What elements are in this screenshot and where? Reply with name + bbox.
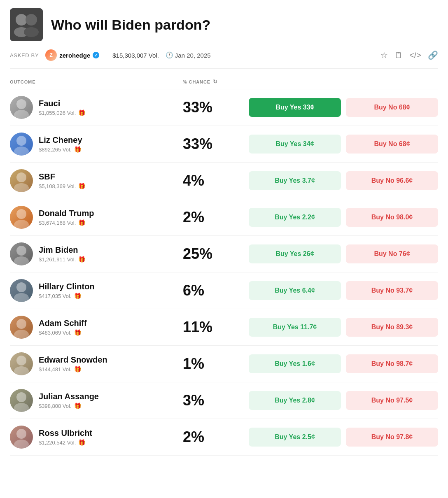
- outcome-name: Julian Assange: [39, 392, 99, 401]
- outcome-avatar: [10, 96, 33, 119]
- buy-no-button[interactable]: Buy No 98.0¢: [346, 208, 438, 227]
- outcome-chance: 25%: [183, 245, 249, 263]
- outcome-text: Liz Cheney $892,265 Vol. 🎁: [39, 135, 82, 153]
- outcome-buttons: Buy Yes 2.8¢ Buy No 97.5¢: [249, 391, 438, 410]
- outcome-chance: 33%: [183, 99, 249, 116]
- meta-bar: ASKED BY Z zerohedge ✓ $15,303,007 Vol. …: [10, 49, 438, 69]
- buy-no-button[interactable]: Buy No 76¢: [346, 244, 438, 263]
- buy-no-button[interactable]: Buy No 97.8¢: [346, 428, 438, 447]
- outcomes-list: Fauci $1,055,026 Vol. 🎁 33% Buy Yes 33¢ …: [10, 89, 438, 456]
- table-row: SBF $5,108,369 Vol. 🎁 4% Buy Yes 3.7¢ Bu…: [10, 163, 438, 199]
- buy-no-button[interactable]: Buy No 68¢: [346, 135, 438, 154]
- meta-volume: $15,303,007 Vol.: [112, 52, 159, 59]
- outcome-chance: 4%: [183, 172, 249, 189]
- svg-point-12: [14, 220, 29, 229]
- gift-icon[interactable]: 🎁: [74, 329, 81, 336]
- gift-icon[interactable]: 🎁: [74, 293, 81, 299]
- table-row: Ross Ulbricht $1,220,542 Vol. 🎁 2% Buy Y…: [10, 419, 438, 456]
- svg-point-8: [14, 147, 29, 156]
- gift-icon[interactable]: 🎁: [78, 439, 85, 446]
- outcome-text: Ross Ulbricht $1,220,542 Vol. 🎁: [39, 428, 92, 446]
- buy-no-button[interactable]: Buy No 97.5¢: [346, 391, 438, 410]
- buy-yes-button[interactable]: Buy Yes 2.2¢: [249, 208, 341, 227]
- outcome-text: Edward Snowden $144,481 Vol. 🎁: [39, 355, 107, 372]
- outcome-info: Hillary Clinton $417,035 Vol. 🎁: [10, 279, 183, 302]
- svg-point-1: [16, 14, 27, 26]
- outcome-volume: $3,674,168 Vol. 🎁: [39, 219, 94, 226]
- svg-point-10: [14, 183, 29, 192]
- svg-point-7: [16, 136, 26, 146]
- gift-icon[interactable]: 🎁: [78, 183, 85, 189]
- outcome-volume: $5,108,369 Vol. 🎁: [39, 183, 85, 189]
- gift-icon[interactable]: 🎁: [74, 146, 81, 153]
- outcome-info: Ross Ulbricht $1,220,542 Vol. 🎁: [10, 426, 183, 449]
- buy-yes-button[interactable]: Buy Yes 3.7¢: [249, 171, 341, 190]
- outcome-name: Hillary Clinton: [39, 282, 95, 291]
- table-header: OUTCOME % CHANCE ↻: [10, 79, 438, 89]
- buy-no-button[interactable]: Buy No 93.7¢: [346, 281, 438, 300]
- outcome-name: Donald Trump: [39, 209, 94, 218]
- col-outcome-header: OUTCOME: [10, 79, 183, 84]
- asked-by-label: ASKED BY: [10, 52, 39, 58]
- buy-no-button[interactable]: Buy No 96.6¢: [346, 171, 438, 190]
- svg-point-2: [26, 14, 37, 26]
- gift-icon[interactable]: 🎁: [74, 366, 81, 372]
- link-icon[interactable]: 🔗: [428, 50, 438, 60]
- outcome-chance: 1%: [183, 355, 249, 372]
- header-thumbnail: [10, 8, 43, 41]
- outcome-text: Donald Trump $3,674,168 Vol. 🎁: [39, 209, 94, 226]
- svg-point-5: [16, 99, 26, 109]
- buy-yes-button[interactable]: Buy Yes 2.5¢: [249, 428, 341, 447]
- table-row: Adam Schiff $483,069 Vol. 🎁 11% Buy Yes …: [10, 309, 438, 346]
- outcome-avatar: [10, 279, 33, 302]
- gift-icon[interactable]: 🎁: [78, 219, 85, 226]
- gift-icon[interactable]: 🎁: [74, 403, 81, 409]
- outcome-chance: 33%: [183, 135, 249, 153]
- buy-yes-button[interactable]: Buy Yes 33¢: [249, 98, 341, 117]
- buy-yes-button[interactable]: Buy Yes 34¢: [249, 135, 341, 154]
- outcome-avatar: [10, 169, 33, 192]
- outcome-buttons: Buy Yes 1.6¢ Buy No 98.7¢: [249, 354, 438, 373]
- gift-icon[interactable]: 🎁: [78, 256, 85, 263]
- buy-yes-button[interactable]: Buy Yes 26¢: [249, 244, 341, 263]
- svg-point-15: [16, 282, 26, 292]
- svg-point-13: [16, 246, 26, 256]
- verified-badge: ✓: [93, 52, 99, 58]
- outcome-volume: $483,069 Vol. 🎁: [39, 329, 87, 336]
- outcome-volume: $892,265 Vol. 🎁: [39, 146, 82, 153]
- svg-point-23: [16, 429, 26, 439]
- buy-no-button[interactable]: Buy No 89.3¢: [346, 318, 438, 337]
- outcome-avatar: [10, 389, 33, 412]
- buy-yes-button[interactable]: Buy Yes 1.6¢: [249, 354, 341, 373]
- outcome-name: Adam Schiff: [39, 319, 87, 328]
- svg-point-6: [14, 110, 29, 119]
- table-row: Donald Trump $3,674,168 Vol. 🎁 2% Buy Ye…: [10, 199, 438, 236]
- outcome-name: Liz Cheney: [39, 135, 82, 145]
- buy-no-button[interactable]: Buy No 98.7¢: [346, 354, 438, 373]
- buy-yes-button[interactable]: Buy Yes 2.8¢: [249, 391, 341, 410]
- buy-no-button[interactable]: Buy No 68¢: [346, 98, 438, 117]
- outcome-info: Fauci $1,055,026 Vol. 🎁: [10, 96, 183, 119]
- outcome-info: Jim Biden $1,261,911 Vol. 🎁: [10, 242, 183, 265]
- outcome-buttons: Buy Yes 33¢ Buy No 68¢: [249, 98, 438, 117]
- svg-point-19: [16, 356, 26, 365]
- table-row: Liz Cheney $892,265 Vol. 🎁 33% Buy Yes 3…: [10, 126, 438, 163]
- outcome-chance: 6%: [183, 282, 249, 299]
- embed-icon[interactable]: </>: [409, 51, 421, 60]
- outcome-text: SBF $5,108,369 Vol. 🎁: [39, 172, 85, 189]
- refresh-icon[interactable]: ↻: [213, 79, 218, 85]
- outcome-volume: $1,261,911 Vol. 🎁: [39, 256, 85, 263]
- buy-yes-button[interactable]: Buy Yes 6.4¢: [249, 281, 341, 300]
- header: Who will Biden pardon?: [10, 8, 438, 41]
- outcome-chance: 2%: [183, 209, 249, 226]
- buy-yes-button[interactable]: Buy Yes 11.7¢: [249, 318, 341, 337]
- bookmark-icon[interactable]: ☆: [380, 50, 388, 60]
- outcome-volume: $1,055,026 Vol. 🎁: [39, 109, 85, 116]
- document-icon[interactable]: 🗒: [394, 51, 403, 60]
- outcome-chance: 3%: [183, 392, 249, 409]
- outcome-avatar: [10, 206, 33, 229]
- outcome-avatar: [10, 133, 33, 156]
- svg-point-18: [14, 330, 29, 339]
- gift-icon[interactable]: 🎁: [78, 109, 85, 116]
- outcome-avatar: [10, 242, 33, 265]
